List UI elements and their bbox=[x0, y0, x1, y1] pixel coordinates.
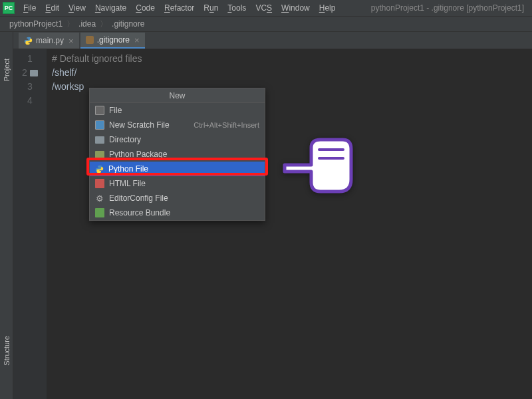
line-number: 2 bbox=[13, 66, 47, 80]
menu-navigate[interactable]: Navigate bbox=[90, 3, 131, 13]
close-icon[interactable]: × bbox=[68, 36, 74, 46]
toolwindow-project[interactable]: Project bbox=[1, 52, 12, 88]
crumb-gitignore[interactable]: .gitignore bbox=[109, 19, 147, 29]
popup-title: New bbox=[90, 88, 265, 103]
tab-label: .gitignore bbox=[97, 35, 130, 45]
menu-refactor[interactable]: Refactor bbox=[160, 3, 199, 13]
gitignore-icon bbox=[86, 36, 94, 44]
tab-gitignore[interactable]: .gitignore × bbox=[80, 33, 145, 49]
menu-item-python-file[interactable]: Python File bbox=[90, 162, 265, 176]
shortcut: Ctrl+Alt+Shift+Insert bbox=[194, 121, 259, 129]
menu-run[interactable]: Run bbox=[199, 3, 223, 13]
gear-icon bbox=[95, 194, 104, 203]
menu-item-file[interactable]: File bbox=[90, 103, 265, 118]
menu-label: Resource Bundle bbox=[109, 208, 170, 217]
crumb-project[interactable]: pythonProject1 bbox=[7, 19, 65, 29]
file-icon bbox=[95, 106, 104, 115]
chevron-right-icon: 〉 bbox=[98, 19, 109, 30]
menu-item-directory[interactable]: Directory bbox=[90, 132, 265, 147]
menu-code[interactable]: Code bbox=[131, 3, 160, 13]
menubar: PC File Edit View Navigate Code Refactor… bbox=[0, 0, 532, 16]
python-icon bbox=[24, 37, 33, 45]
tab-label: main.py bbox=[36, 36, 64, 45]
toolwindow-structure[interactable]: Structure bbox=[1, 329, 12, 372]
crumb-idea[interactable]: .idea bbox=[76, 19, 98, 29]
chevron-right-icon: 〉 bbox=[65, 19, 76, 30]
scratch-file-icon bbox=[95, 120, 104, 130]
html-icon bbox=[95, 179, 104, 188]
new-context-menu: New File New Scratch File Ctrl+Alt+Shift… bbox=[89, 88, 265, 221]
pycharm-icon: PC bbox=[3, 2, 15, 14]
menu-label: Directory bbox=[109, 135, 141, 144]
menu-item-resource-bundle[interactable]: Resource Bundle bbox=[90, 205, 265, 220]
line-number: 3 bbox=[13, 80, 47, 94]
menu-label: New Scratch File bbox=[109, 120, 170, 130]
code-line: # Default ignored files bbox=[52, 52, 527, 66]
close-icon[interactable]: × bbox=[134, 35, 140, 45]
folder-icon bbox=[95, 136, 104, 144]
editor-tabs: main.py × .gitignore × bbox=[13, 32, 532, 49]
line-number: 4 bbox=[13, 94, 47, 108]
menu-item-html-file[interactable]: HTML File bbox=[90, 176, 265, 191]
menu-window[interactable]: Window bbox=[277, 3, 315, 13]
menu-label: File bbox=[109, 106, 122, 115]
package-icon bbox=[95, 151, 104, 158]
menu-item-python-package[interactable]: Python Package bbox=[90, 147, 265, 162]
menu-vcs[interactable]: VCS bbox=[251, 3, 277, 13]
menu-tools[interactable]: Tools bbox=[223, 3, 251, 13]
breadcrumb: pythonProject1 〉 .idea 〉 .gitignore bbox=[0, 16, 532, 32]
menu-view[interactable]: View bbox=[64, 3, 90, 13]
python-icon bbox=[95, 165, 104, 174]
menu-file[interactable]: File bbox=[19, 3, 41, 13]
code-line: /shelf/ bbox=[52, 66, 527, 80]
menu-item-scratch[interactable]: New Scratch File Ctrl+Alt+Shift+Insert bbox=[90, 118, 265, 132]
menu-item-editorconfig[interactable]: EditorConfig File bbox=[90, 191, 265, 205]
menu-label: Python Package bbox=[109, 150, 167, 159]
window-title: pythonProject1 - .gitignore [pythonProje… bbox=[371, 3, 529, 13]
menu-help[interactable]: Help bbox=[315, 3, 340, 13]
menu-label: Python File bbox=[108, 164, 148, 174]
gutter: 1 2 3 4 bbox=[13, 49, 47, 399]
line-number: 1 bbox=[13, 52, 47, 66]
menu-label: HTML File bbox=[109, 179, 146, 188]
menu-label: EditorConfig File bbox=[109, 194, 168, 203]
left-toolbar: Project Structure bbox=[0, 32, 13, 399]
folder-icon bbox=[30, 70, 38, 76]
menu-edit[interactable]: Edit bbox=[41, 3, 64, 13]
tab-main-py[interactable]: main.py × bbox=[19, 33, 79, 49]
bundle-icon bbox=[95, 208, 104, 217]
